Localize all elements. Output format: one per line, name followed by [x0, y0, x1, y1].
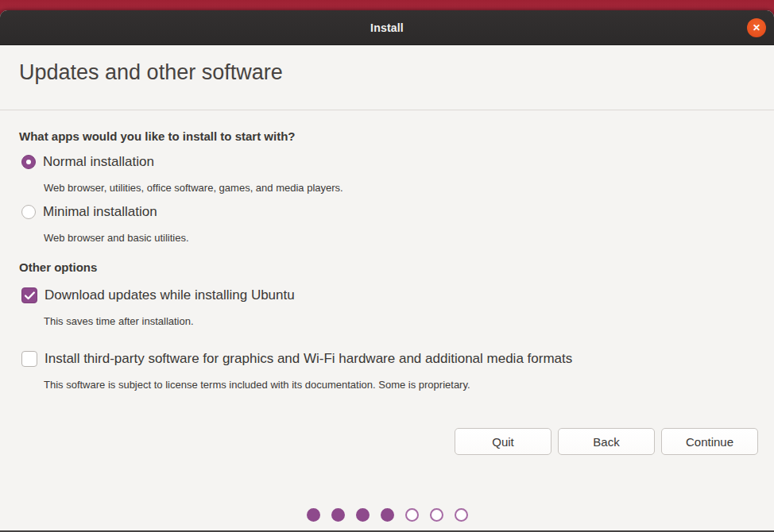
radio-option-minimal-installation[interactable]: Minimal installation — [21, 204, 755, 220]
other-options-heading: Other options — [19, 260, 755, 274]
checkbox-description: This software is subject to license term… — [44, 379, 755, 391]
progress-dot — [455, 508, 468, 522]
radio-description: Web browser and basic utilities. — [44, 232, 755, 244]
progress-dots — [0, 508, 774, 522]
progress-dot — [430, 508, 443, 522]
header-separator — [0, 110, 774, 110]
page-content: Updates and other software What apps wou… — [0, 45, 774, 531]
checkbox-label: Download updates while installing Ubuntu — [45, 287, 295, 303]
continue-button[interactable]: Continue — [661, 428, 758, 455]
radio-option-normal-installation[interactable]: Normal installation — [21, 154, 755, 170]
close-button[interactable]: ✕ — [747, 18, 766, 37]
checkbox-label: Install third-party software for graphic… — [45, 351, 572, 367]
quit-button[interactable]: Quit — [455, 428, 551, 455]
action-buttons: Quit Back Continue — [455, 428, 758, 455]
radio-button-icon[interactable] — [21, 205, 36, 219]
titlebar[interactable]: Install ✕ — [0, 10, 774, 45]
close-icon: ✕ — [753, 23, 760, 33]
back-button[interactable]: Back — [558, 428, 655, 455]
checkbox-description: This saves time after installation. — [44, 315, 755, 327]
checkbox-icon[interactable] — [21, 351, 37, 367]
installer-window: Install ✕ Updates and other software Wha… — [0, 10, 774, 532]
window-title: Install — [370, 21, 404, 34]
radio-label: Normal installation — [43, 154, 154, 170]
checkbox-option-download-updates[interactable]: Download updates while installing Ubuntu — [21, 287, 755, 303]
progress-dot — [405, 508, 419, 522]
checkbox-option-third-party[interactable]: Install third-party software for graphic… — [21, 351, 755, 367]
progress-dot — [307, 508, 320, 522]
checkbox-icon[interactable] — [21, 287, 37, 303]
radio-button-icon[interactable] — [21, 155, 36, 169]
radio-label: Minimal installation — [43, 204, 157, 220]
progress-dot — [356, 508, 370, 522]
checkmark-icon — [25, 291, 35, 300]
radio-description: Web browser, utilities, office software,… — [44, 182, 755, 194]
page-title: Updates and other software — [0, 45, 774, 85]
apps-section-heading: What apps would you like to install to s… — [19, 129, 755, 143]
progress-dot — [331, 508, 345, 522]
progress-dot — [381, 508, 394, 522]
